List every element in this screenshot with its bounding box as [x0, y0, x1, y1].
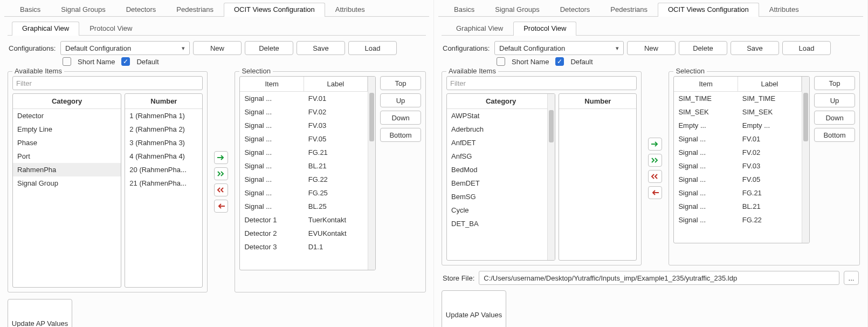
save-button[interactable]: Save	[297, 41, 345, 55]
list-item[interactable]: BedMod	[447, 163, 555, 176]
table-row[interactable]: Signal ...FV.02	[674, 146, 802, 159]
table-row[interactable]: Signal ...FG.22	[674, 213, 802, 227]
save-button[interactable]: Save	[731, 41, 779, 55]
default-checkbox[interactable]: ✓	[555, 57, 564, 66]
list-item[interactable]: Cycle	[447, 203, 555, 217]
table-row[interactable]: Signal ...FG.25	[240, 186, 368, 200]
list-item[interactable]: Detector	[13, 109, 121, 122]
load-button[interactable]: Load	[348, 41, 397, 55]
list-item[interactable]: 1 (RahmenPha 1)	[125, 109, 202, 122]
move-all-right-button[interactable]	[648, 154, 662, 167]
list-item[interactable]: 20 (RahmenPha...	[125, 163, 202, 176]
table-row[interactable]: Signal ...BL.21	[674, 200, 802, 213]
down-button[interactable]: Down	[814, 111, 855, 125]
table-row[interactable]: Signal ...FV.05	[240, 132, 368, 146]
table-row[interactable]: Signal ...FG.21	[674, 186, 802, 200]
top-button[interactable]: Top	[380, 76, 421, 90]
list-item[interactable]: 3 (RahmenPha 3)	[125, 136, 202, 149]
tab-ocit-views-configuration[interactable]: OCIT Views Configuration	[658, 3, 759, 17]
move-all-left-button[interactable]	[648, 170, 662, 183]
table-row[interactable]: Signal ...BL.21	[240, 159, 368, 173]
tab-attributes[interactable]: Attributes	[759, 3, 809, 17]
item-col-header[interactable]: Item	[674, 77, 738, 91]
scrollbar[interactable]	[368, 77, 375, 270]
tab-detectors[interactable]: Detectors	[116, 3, 167, 17]
number-header[interactable]: Number	[125, 94, 202, 109]
filter-input[interactable]: Filter	[12, 76, 203, 90]
list-item[interactable]: 4 (RahmenPha 4)	[125, 149, 202, 163]
delete-button[interactable]: Delete	[679, 41, 727, 55]
tab-graphical-view[interactable]: Graphical View	[12, 22, 79, 36]
short-name-checkbox[interactable]	[63, 57, 71, 66]
table-row[interactable]: Detector 2EVUKontakt	[240, 227, 368, 240]
tab-graphical-view[interactable]: Graphical View	[446, 22, 513, 36]
move-left-button[interactable]	[214, 200, 228, 213]
tab-ocit-views-configuration[interactable]: OCIT Views Configuration	[224, 3, 325, 17]
list-item[interactable]: AWPStat	[447, 109, 555, 122]
table-row[interactable]: Signal ...FV.02	[240, 105, 368, 119]
table-row[interactable]: Detector 3D1.1	[240, 240, 368, 254]
bottom-button[interactable]: Bottom	[380, 128, 421, 142]
tab-pedestrians[interactable]: Pedestrians	[166, 3, 224, 17]
scrollbar[interactable]	[547, 94, 555, 260]
list-item[interactable]: BemDET	[447, 176, 555, 190]
list-item[interactable]: Empty Line	[13, 122, 121, 136]
short-name-checkbox[interactable]	[497, 57, 505, 66]
top-button[interactable]: Top	[814, 76, 855, 90]
tab-basics[interactable]: Basics	[444, 3, 485, 17]
browse-button[interactable]: ...	[844, 271, 859, 285]
table-row[interactable]: Signal ...FG.22	[240, 173, 368, 186]
table-row[interactable]: Signal ...FV.03	[240, 119, 368, 132]
tab-attributes[interactable]: Attributes	[325, 3, 375, 17]
table-row[interactable]: Signal ...FV.05	[674, 173, 802, 186]
list-item[interactable]: DET_BA	[447, 217, 555, 230]
list-item[interactable]: BemSG	[447, 190, 555, 203]
table-row[interactable]: Signal ...FG.21	[240, 146, 368, 159]
category-header[interactable]: Category	[13, 94, 121, 109]
move-left-button[interactable]	[648, 186, 662, 199]
list-item[interactable]: 21 (RahmenPha...	[125, 176, 202, 190]
configurations-select[interactable]: Default Configuration ▾	[494, 41, 624, 55]
load-button[interactable]: Load	[782, 41, 831, 55]
up-button[interactable]: Up	[814, 93, 855, 107]
item-col-header[interactable]: Item	[240, 77, 304, 91]
table-row[interactable]: SIM_TIMESIM_TIME	[674, 92, 802, 105]
filter-input[interactable]: Filter	[446, 76, 637, 90]
move-right-button[interactable]	[648, 138, 662, 151]
list-item[interactable]: 2 (RahmenPha 2)	[125, 122, 202, 136]
table-row[interactable]: Signal ...FV.03	[674, 159, 802, 173]
bottom-button[interactable]: Bottom	[814, 128, 855, 142]
store-file-input[interactable]: C:/Users/username/Desktop/Yutraffic/Inpu…	[479, 271, 839, 285]
label-col-header[interactable]: Label	[738, 77, 802, 91]
new-button[interactable]: New	[627, 41, 676, 55]
scrollbar[interactable]	[802, 77, 809, 243]
table-row[interactable]: SIM_SEKSIM_SEK	[674, 105, 802, 119]
tab-protocol-view[interactable]: Protocol View	[79, 22, 142, 36]
tab-protocol-view[interactable]: Protocol View	[513, 22, 576, 36]
label-col-header[interactable]: Label	[304, 77, 368, 91]
table-row[interactable]: Detector 1TuerKontakt	[240, 213, 368, 227]
configurations-select[interactable]: Default Configuration ▾	[60, 41, 190, 55]
number-header[interactable]: Number	[559, 94, 636, 109]
table-row[interactable]: Signal ...FV.01	[240, 92, 368, 105]
tab-signal-groups[interactable]: Signal Groups	[51, 3, 115, 17]
list-item[interactable]: AnfSG	[447, 149, 555, 163]
list-item[interactable]: Aderbruch	[447, 122, 555, 136]
list-item[interactable]: Port	[13, 149, 121, 163]
table-row[interactable]: Empty ...Empty ...	[674, 119, 802, 132]
update-ap-values-button[interactable]: Update AP Values	[8, 299, 72, 327]
move-right-button[interactable]	[214, 151, 228, 164]
tab-pedestrians[interactable]: Pedestrians	[600, 3, 658, 17]
list-item[interactable]: Phase	[13, 136, 121, 149]
table-row[interactable]: Signal ...BL.25	[240, 200, 368, 213]
delete-button[interactable]: Delete	[245, 41, 293, 55]
default-checkbox[interactable]: ✓	[121, 57, 130, 66]
down-button[interactable]: Down	[380, 111, 421, 125]
move-all-left-button[interactable]	[214, 183, 228, 196]
category-header[interactable]: Category	[447, 94, 555, 109]
list-item[interactable]: Signal Group	[13, 176, 121, 190]
tab-detectors[interactable]: Detectors	[550, 3, 601, 17]
new-button[interactable]: New	[193, 41, 242, 55]
table-row[interactable]: Signal ...FV.01	[674, 132, 802, 146]
update-ap-values-button[interactable]: Update AP Values	[442, 290, 506, 327]
